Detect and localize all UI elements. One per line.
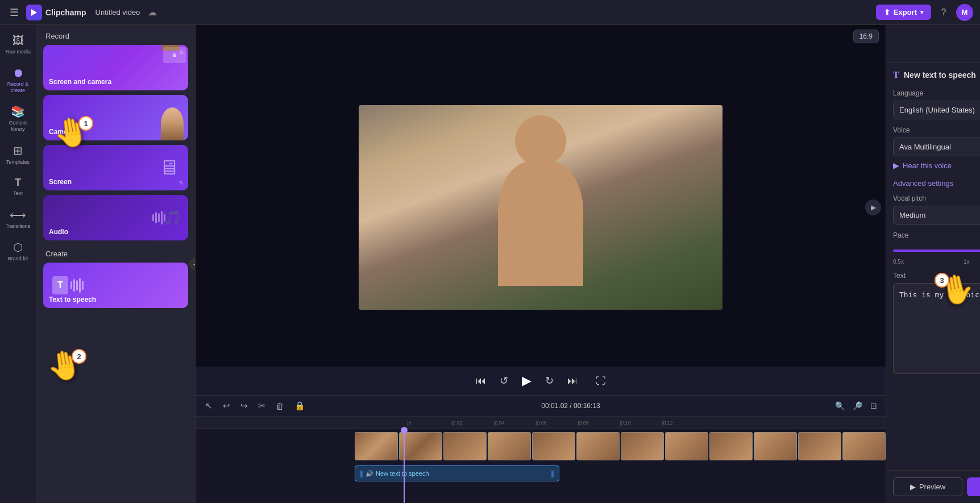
record-section-title: Record — [36, 25, 195, 45]
rewind-button[interactable]: ↺ — [497, 372, 510, 389]
preview-next-arrow[interactable]: ▶ — [865, 199, 881, 215]
hear-voice-label: Hear this voice — [903, 161, 952, 170]
panel-collapse-arrow[interactable]: ◀ — [189, 258, 196, 271]
tts-card[interactable]: T Text to speech — [43, 263, 188, 308]
main-layout: 🖼 Your media ⏺ Record &create 📚 Contentl… — [0, 25, 980, 503]
language-dropdown[interactable]: English (United States) ▾ — [893, 101, 980, 119]
preview-button[interactable]: ▶ Preview — [893, 477, 962, 496]
tts-track: ‖ 🔊 New text to speech ‖ — [355, 463, 886, 484]
video-clip-9[interactable] — [709, 432, 753, 460]
advanced-settings-toggle[interactable]: Advanced settings ▲ — [893, 179, 980, 188]
tts-settings-panel: 𝐓 New text to speech Language English (U… — [886, 63, 980, 470]
your-media-icon: 🖼 — [13, 34, 24, 47]
screen-camera-label: Screen and camera — [49, 78, 111, 86]
camera-card[interactable]: Camera — [43, 95, 188, 140]
sidebar-item-text[interactable]: T Text — [2, 172, 34, 201]
left-sidebar: 🖼 Your media ⏺ Record &create 📚 Contentl… — [0, 25, 36, 503]
person-silhouette — [489, 115, 592, 286]
voice-dropdown[interactable]: Ava Multilingual ▾ — [893, 138, 980, 156]
undo-button[interactable]: ↩ — [220, 399, 233, 413]
pace-slider[interactable] — [893, 250, 980, 252]
sidebar-item-brand-kit[interactable]: ⬡ Brand kit — [2, 236, 34, 267]
transitions-icon: ⟷ — [10, 208, 26, 222]
pointer-2-overlay: 🤚 2 — [47, 349, 82, 382]
save-button[interactable]: ✓ Save — [967, 477, 980, 496]
video-clip-1[interactable] — [355, 432, 398, 460]
export-icon: ⬆ — [884, 8, 890, 16]
voice-field-label: Voice — [893, 126, 980, 134]
brand-kit-icon: ⬡ — [13, 240, 23, 254]
video-clip-7[interactable] — [621, 432, 664, 460]
skip-to-end-button[interactable]: ⏭ — [565, 373, 580, 389]
sidebar-item-record-label: Record &create — [7, 81, 29, 94]
content-panel: Record ⊞ 🖥 Screen and camera Camera 🖥 Sc… — [36, 25, 196, 503]
sidebar-item-templates[interactable]: ⊞ Templates — [2, 139, 34, 170]
bottom-actions: ▶ Preview ✓ Save — [886, 470, 980, 503]
video-clip-12[interactable] — [842, 432, 886, 460]
zoom-out-button[interactable]: 🔍 — [833, 400, 846, 412]
cursor-tool[interactable]: ↖ — [202, 399, 215, 413]
tts-clip-label: New text to speech — [376, 470, 429, 477]
text-input[interactable]: This is my AI voiceover — [893, 283, 980, 374]
screen-icon-small: 🖥 — [163, 47, 186, 63]
hear-voice-button[interactable]: ▶ Hear this voice — [893, 161, 980, 170]
sidebar-item-content-library[interactable]: 📚 Contentlibrary — [2, 100, 34, 137]
video-content — [359, 105, 722, 310]
tts-clip-handle-right: ‖ — [551, 469, 554, 477]
export-button[interactable]: ⬆ Export ▾ — [876, 5, 931, 20]
video-clip-2[interactable] — [399, 432, 442, 460]
camera-label: Camera — [49, 128, 74, 136]
vocal-pitch-dropdown[interactable]: Medium ▾ — [893, 206, 980, 225]
ruler-mark-06: |0:06 — [535, 420, 547, 426]
fit-timeline-button[interactable]: ⊡ — [869, 400, 879, 412]
redo-button[interactable]: ↪ — [238, 399, 251, 413]
sidebar-item-transitions[interactable]: ⟷ Transitions — [2, 203, 34, 234]
delete-button[interactable]: 🗑 — [273, 400, 287, 413]
lock-button[interactable]: 🔒 — [292, 399, 308, 413]
create-section-title: Create — [36, 240, 195, 263]
pace-section: Pace 0.5x 1x 2x — [893, 231, 980, 265]
video-clip-3[interactable] — [443, 432, 487, 460]
vocal-pitch-label: Vocal pitch — [893, 194, 980, 202]
tts-clip[interactable]: ‖ 🔊 New text to speech ‖ — [355, 465, 559, 481]
preview-label: Preview — [919, 483, 945, 491]
fullscreen-button[interactable]: ⛶ — [593, 373, 608, 389]
video-track — [355, 429, 886, 463]
help-button[interactable]: ? — [936, 5, 952, 20]
video-clip-5[interactable] — [532, 432, 575, 460]
avatar[interactable]: M — [956, 4, 973, 21]
play-button[interactable]: ▶ — [520, 371, 534, 390]
cut-button[interactable]: ✂ — [255, 399, 268, 413]
vocal-pitch-value: Medium — [899, 211, 925, 219]
video-clip-8[interactable] — [665, 432, 708, 460]
ruler-mark-0: |0 — [407, 420, 411, 426]
video-clip-10[interactable] — [754, 432, 797, 460]
ruler-mark-04: |0:04 — [493, 420, 505, 426]
camera-person — [161, 107, 184, 140]
screen-camera-card[interactable]: ⊞ 🖥 Screen and camera — [43, 45, 188, 90]
audio-card[interactable]: 🎵 Audio — [43, 195, 188, 240]
video-clip-6[interactable] — [576, 432, 620, 460]
video-preview: ▶ — [196, 48, 886, 367]
templates-icon: ⊞ — [13, 144, 23, 157]
fast-forward-button[interactable]: ↻ — [543, 372, 556, 389]
ruler-mark-10: |0:10 — [620, 420, 631, 426]
right-panel-icons: 𝐀 Captions 🔊 Text tospeech — [886, 25, 980, 63]
language-field-label: Language — [893, 89, 980, 97]
video-title[interactable]: Untitled video — [95, 8, 140, 16]
tts-card-label: Text to speech — [49, 296, 96, 304]
video-clip-11[interactable] — [798, 432, 841, 460]
ruler-mark-02: |0:02 — [451, 420, 463, 426]
video-clip-4[interactable] — [488, 432, 531, 460]
content-library-icon: 📚 — [11, 105, 25, 118]
sidebar-item-record-create[interactable]: ⏺ Record &create — [2, 62, 34, 98]
timeline-toolbar: ↖ ↩ ↪ ✂ 🗑 🔒 00:01.02 / 00:16:13 🔍 🔎 ⊡ — [196, 396, 886, 417]
skip-to-start-button[interactable]: ⏮ — [474, 373, 488, 389]
sidebar-item-your-media[interactable]: 🖼 Your media — [2, 30, 34, 60]
screen-card[interactable]: 🖥 Screen ↖ — [43, 145, 188, 190]
menu-button[interactable]: ☰ — [7, 5, 22, 20]
zoom-in-button[interactable]: 🔎 — [851, 400, 864, 412]
timeline-tracks: ‖ 🔊 New text to speech ‖ — [196, 429, 886, 503]
audio-wave — [152, 211, 165, 225]
aspect-ratio-button[interactable]: 16:9 — [853, 30, 879, 43]
